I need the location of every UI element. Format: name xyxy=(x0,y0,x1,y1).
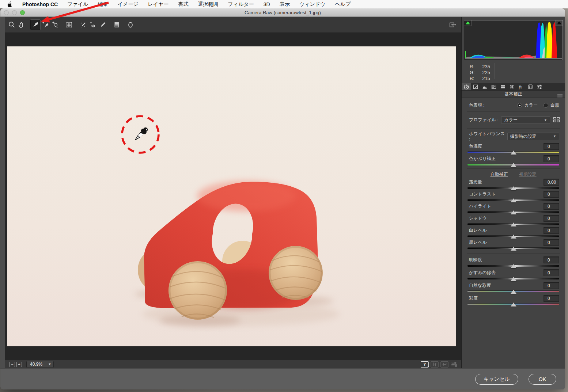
slider-thumb[interactable] xyxy=(511,290,516,294)
shadow-clipping-indicator[interactable] xyxy=(464,20,472,26)
white-balance-tool[interactable] xyxy=(30,20,40,30)
zoom-level-value: 40.9% xyxy=(27,361,46,368)
slider-thumb[interactable] xyxy=(511,151,516,155)
zoom-out-button[interactable]: − xyxy=(10,362,15,367)
panel-menu-icon[interactable] xyxy=(557,93,563,100)
zoom-in-button[interactable]: + xyxy=(16,362,22,367)
slider-value-field[interactable]: 0 xyxy=(544,239,559,246)
slider-thumb[interactable] xyxy=(511,264,516,268)
slider-thumb[interactable] xyxy=(511,222,516,227)
default-settings-link[interactable]: 初期設定 xyxy=(519,171,537,178)
toggle-fullscreen-icon[interactable] xyxy=(448,20,458,30)
slider-value-field[interactable]: 0 xyxy=(544,143,559,150)
slider-row: 明瞭度 0 xyxy=(462,256,565,269)
radio-bw[interactable]: 白黒 xyxy=(544,102,559,109)
menubar-item[interactable]: イメージ xyxy=(118,1,139,8)
slider-value-field[interactable]: 0 xyxy=(544,155,559,162)
slider-label: 黒レベル xyxy=(469,239,487,246)
slider-thumb[interactable] xyxy=(511,235,516,239)
menubar-item[interactable]: 書式 xyxy=(178,1,189,8)
targeted-adjustment-tool[interactable] xyxy=(50,20,60,30)
rgb-channel-label: B: xyxy=(470,76,478,81)
copy-settings-button[interactable] xyxy=(440,361,448,368)
auto-adjust-link[interactable]: 自動補正 xyxy=(491,171,508,178)
profile-dropdown[interactable]: カラー ▼ xyxy=(501,116,550,124)
title-bar[interactable]: Camera Raw (camerarawtest_1.jpg) xyxy=(0,8,565,17)
chevron-down-icon[interactable]: ▼ xyxy=(46,361,53,368)
graduated-filter-tool[interactable] xyxy=(111,20,121,30)
zoom-window-button[interactable] xyxy=(20,10,25,15)
slider-value-field[interactable]: 0 xyxy=(544,203,559,210)
highlight-clipping-indicator[interactable] xyxy=(555,20,563,26)
tab-lens-corrections[interactable] xyxy=(507,83,516,90)
spot-removal-tool[interactable] xyxy=(78,20,88,30)
radio-bw-label: 白黒 xyxy=(550,102,559,109)
tab-effects[interactable]: fx xyxy=(516,83,526,90)
menubar-item[interactable]: 選択範囲 xyxy=(198,1,219,8)
slider-value-field[interactable]: 0.00 xyxy=(544,179,559,186)
menubar-item[interactable]: 編集 xyxy=(98,1,108,8)
tab-detail[interactable] xyxy=(480,83,489,90)
menubar-item[interactable]: ファイル xyxy=(67,1,88,8)
photo-preview[interactable] xyxy=(7,46,456,346)
slider-value-field[interactable]: 0 xyxy=(544,227,559,234)
menubar-item[interactable]: 3D xyxy=(264,1,270,7)
slider-label: 彩度 xyxy=(469,295,478,301)
menubar-item[interactable]: ヘルプ xyxy=(335,1,351,8)
preview-toggle-button[interactable]: Y▾ xyxy=(421,361,429,368)
swap-settings-button[interactable] xyxy=(431,361,439,368)
slider-thumb[interactable] xyxy=(511,163,516,167)
tab-split-toning[interactable] xyxy=(498,83,507,90)
apple-menu-icon[interactable] xyxy=(7,1,13,7)
slider-value-field[interactable]: 0 xyxy=(544,282,559,289)
zoom-tool[interactable] xyxy=(7,20,16,30)
cancel-button[interactable]: キャンセル xyxy=(475,374,518,385)
menubar-item[interactable]: 表示 xyxy=(280,1,290,8)
slider-thumb[interactable] xyxy=(511,186,516,190)
rgb-channel-value: 225 xyxy=(478,70,490,76)
menubar-item[interactable]: レイヤー xyxy=(148,1,169,8)
close-button[interactable] xyxy=(4,10,9,15)
slider-thumb[interactable] xyxy=(511,302,516,307)
preview-canvas[interactable] xyxy=(5,33,461,360)
radio-button-icon[interactable] xyxy=(517,103,522,108)
slider-value-field[interactable]: 0 xyxy=(544,269,559,276)
slider-value-field[interactable]: 0 xyxy=(544,191,559,198)
white-balance-dropdown[interactable]: 撮影時の設定 ▼ xyxy=(507,133,560,140)
ok-button[interactable]: OK xyxy=(529,374,556,385)
preview-preferences-icon[interactable] xyxy=(450,361,458,368)
camera-raw-dialog: Camera Raw (camerarawtest_1.jpg) xyxy=(0,8,565,389)
white-balance-label: ホワイトバランス : xyxy=(469,131,507,142)
tab-camera-calibration[interactable] xyxy=(526,83,535,90)
menubar-item[interactable]: フィルター xyxy=(228,1,254,8)
radial-filter-tool[interactable] xyxy=(125,20,135,30)
hand-tool[interactable] xyxy=(16,20,26,30)
slider-thumb[interactable] xyxy=(511,210,516,214)
tab-presets[interactable] xyxy=(535,83,544,90)
slider-value-field[interactable]: 0 xyxy=(544,256,559,263)
slider-value-field[interactable]: 0 xyxy=(544,295,559,302)
color-sampler-tool[interactable] xyxy=(40,20,50,30)
minimize-button[interactable] xyxy=(12,10,17,15)
slider-value-field[interactable]: 0 xyxy=(544,215,559,222)
radio-button-icon[interactable] xyxy=(544,103,548,108)
radio-color[interactable]: カラー xyxy=(517,102,538,109)
adjustments-panel: R: 235 G: 225 B: 215 xyxy=(462,17,565,368)
transform-tool[interactable] xyxy=(64,20,74,30)
tab-basic[interactable] xyxy=(462,83,471,90)
menubar-item[interactable]: Photoshop CC xyxy=(22,1,58,7)
slider-thumb[interactable] xyxy=(511,277,516,281)
slider-thumb[interactable] xyxy=(511,198,516,202)
svg-text:fx: fx xyxy=(519,84,522,90)
tab-hsl-grayscale[interactable] xyxy=(489,83,498,90)
profile-browser-icon[interactable] xyxy=(553,117,560,123)
color-mode-label: 色表現 : xyxy=(469,102,485,109)
red-eye-tool[interactable] xyxy=(88,20,98,30)
adjustment-brush-tool[interactable] xyxy=(98,20,107,30)
menubar-item[interactable]: ウィンドウ xyxy=(299,1,326,8)
zoom-level-select[interactable]: 40.9% ▼ xyxy=(26,361,54,368)
tab-tone-curve[interactable] xyxy=(471,83,480,90)
slider-thumb[interactable] xyxy=(511,247,516,251)
slider-row: 彩度 0 xyxy=(462,295,565,307)
slider-label: コントラスト xyxy=(469,191,496,197)
